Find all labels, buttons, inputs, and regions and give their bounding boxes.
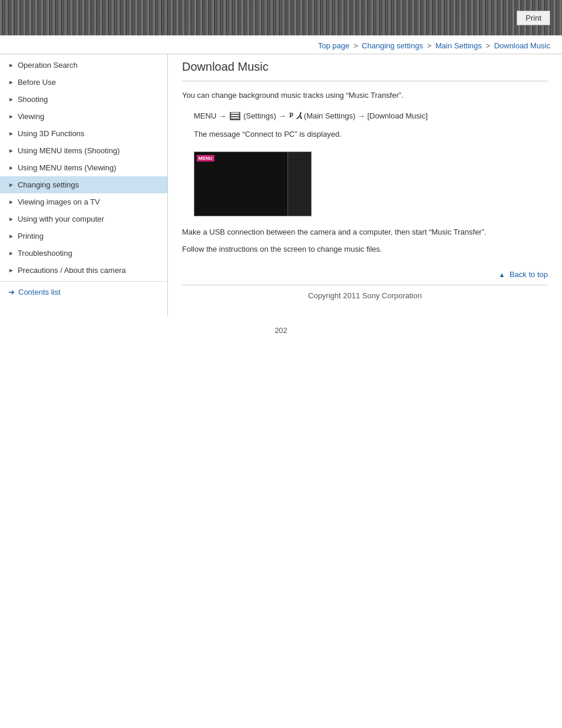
sidebar-item-using-3d[interactable]: ► Using 3D Functions <box>0 125 167 142</box>
arrow-icon: ► <box>8 62 14 68</box>
footer-copyright: Copyright 2011 Sony Corporation <box>182 285 548 304</box>
page-title-section: Download Music <box>182 60 548 81</box>
menu-label-overlay: MENU <box>197 155 214 162</box>
menu-connect-text: The message “Connect to PC” is displayed… <box>194 127 548 141</box>
header-bar: Print <box>0 0 562 35</box>
camera-screen-image: MENU <box>194 151 312 216</box>
settings-text: (Settings) → <box>243 111 288 120</box>
back-to-top-link[interactable]: ▲ Back to top <box>498 270 548 279</box>
breadcrumb-sep2: > <box>427 41 434 50</box>
sidebar-item-label: Viewing images on a TV <box>18 197 161 206</box>
sidebar-item-label: Operation Search <box>18 61 161 70</box>
main-settings-font: ⅄ <box>296 111 302 121</box>
arrow-icon: ► <box>8 96 14 103</box>
sidebar-item-label: Using with your computer <box>18 215 161 223</box>
sidebar-item-precautions[interactable]: ► Precautions / About this camera <box>0 262 167 279</box>
sidebar-item-before-use[interactable]: ► Before Use <box>0 74 167 91</box>
menu-instruction: MENU → (Settings) → ᵖ ⅄ (Main Settings) … <box>194 108 548 125</box>
sidebar-item-operation-search[interactable]: ► Operation Search <box>0 57 167 74</box>
body-text-2: Follow the instructions on the screen to… <box>182 243 548 256</box>
connect-text: The message “Connect to PC” is displayed… <box>194 130 342 139</box>
menu-text-pre: MENU → <box>194 111 229 120</box>
breadcrumb-sep1: > <box>353 41 360 50</box>
contents-list-label: Contents list <box>18 288 61 297</box>
sidebar-item-label: Before Use <box>18 78 161 87</box>
contents-list-link[interactable]: ➔ Contents list <box>0 281 167 302</box>
arrow-icon: ► <box>8 113 14 120</box>
arrow-icon: ► <box>8 164 14 171</box>
sidebar-item-changing-settings[interactable]: ► Changing settings <box>0 176 167 193</box>
sidebar-item-shooting[interactable]: ► Shooting <box>0 91 167 108</box>
sidebar-item-troubleshooting[interactable]: ► Troubleshooting <box>0 245 167 262</box>
main-settings-icon: ᵖ <box>289 108 293 125</box>
sidebar-item-label: Precautions / About this camera <box>18 266 161 275</box>
main-layout: ► Operation Search ► Before Use ► Shooti… <box>0 54 562 315</box>
sidebar-item-printing[interactable]: ► Printing <box>0 228 167 245</box>
sidebar-item-viewing-tv[interactable]: ► Viewing images on a TV <box>0 193 167 210</box>
sidebar-item-label: Changing settings <box>18 180 161 189</box>
page-number: 202 <box>0 315 562 341</box>
arrow-icon: ► <box>8 199 14 205</box>
sidebar-item-using-computer[interactable]: ► Using with your computer <box>0 210 167 228</box>
sidebar: ► Operation Search ► Before Use ► Shooti… <box>0 54 168 315</box>
intro-text: You can change background music tracks u… <box>182 90 548 102</box>
arrow-right-icon: ➔ <box>8 288 15 297</box>
right-panel <box>287 152 311 216</box>
arrow-icon: ► <box>8 233 14 239</box>
sidebar-item-menu-shooting[interactable]: ► Using MENU items (Shooting) <box>0 142 167 159</box>
breadcrumb-main-settings[interactable]: Main Settings <box>435 41 482 50</box>
back-to-top-section: ▲ Back to top <box>182 265 548 279</box>
sidebar-item-label: Using MENU items (Shooting) <box>18 146 161 155</box>
sidebar-item-label: Printing <box>18 232 161 241</box>
sidebar-item-label: Viewing <box>18 112 161 121</box>
settings-icon <box>230 112 240 120</box>
back-to-top-label: Back to top <box>510 270 548 279</box>
arrow-icon: ► <box>8 250 14 256</box>
triangle-icon: ▲ <box>498 271 505 278</box>
arrow-icon: ► <box>8 267 14 274</box>
breadcrumb-changing-settings[interactable]: Changing settings <box>362 41 423 50</box>
arrow-icon: ► <box>8 216 14 222</box>
breadcrumb: Top page > Changing settings > Main Sett… <box>0 35 562 54</box>
arrow-icon: ► <box>8 130 14 137</box>
sidebar-item-label: Shooting <box>18 95 161 104</box>
sidebar-item-label: Using MENU items (Viewing) <box>18 163 161 172</box>
sidebar-item-label: Troubleshooting <box>18 249 161 258</box>
sidebar-item-menu-viewing[interactable]: ► Using MENU items (Viewing) <box>0 159 167 176</box>
arrow-icon: ► <box>8 182 14 188</box>
breadcrumb-sep3: > <box>485 41 492 50</box>
sidebar-item-viewing[interactable]: ► Viewing <box>0 108 167 125</box>
arrow-icon: ► <box>8 79 14 85</box>
main-settings-text: (Main Settings) → [Download Music] <box>304 111 428 120</box>
breadcrumb-top-page[interactable]: Top page <box>318 41 350 50</box>
breadcrumb-download-music[interactable]: Download Music <box>494 41 550 50</box>
sidebar-item-label: Using 3D Functions <box>18 129 161 138</box>
body-text-1: Make a USB connection between the camera… <box>182 226 548 239</box>
arrow-icon: ► <box>8 147 14 154</box>
print-button[interactable]: Print <box>517 11 550 25</box>
content-area: Download Music You can change background… <box>168 54 562 315</box>
page-title: Download Music <box>182 60 548 74</box>
